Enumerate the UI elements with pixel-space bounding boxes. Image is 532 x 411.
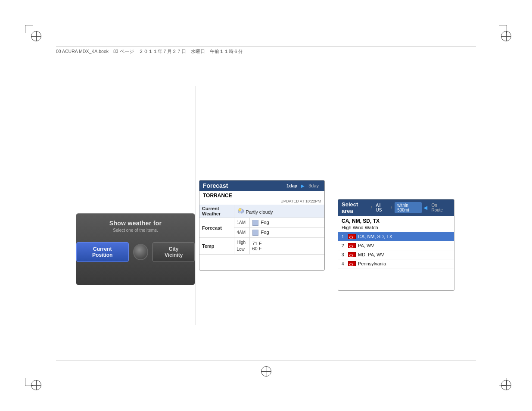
area-item-label-2: PA, WV (358, 243, 374, 248)
footer-line (56, 361, 476, 361)
area-list-item-4[interactable]: 4 Pennsylvania (338, 259, 454, 268)
area-item-num-2: 2 (342, 243, 346, 248)
area-flag-icon-4 (348, 261, 356, 266)
current-position-button[interactable]: Current Position (76, 242, 129, 262)
tab-all-us[interactable]: All US (373, 202, 389, 213)
joystick-control[interactable] (133, 244, 149, 260)
divider-right (334, 86, 334, 325)
select-area-title: Select area (342, 201, 369, 214)
current-weather-value: Partly cloudy (234, 205, 324, 218)
area-info-warning: High Wind Watch (338, 225, 454, 232)
forecast-row: Forecast 1AM Fog (199, 218, 324, 228)
svg-point-3 (239, 209, 241, 211)
forecast-title: Forecast (203, 182, 228, 189)
tab-on-route[interactable]: On Route (429, 202, 451, 213)
corner-mark-tl (25, 25, 33, 33)
forecast-table: Current Weather Partly cloudy Forecast 1… (199, 205, 324, 255)
area-flag-icon-2 (348, 243, 356, 248)
forecast-weather-1am: Fog (249, 218, 324, 228)
current-weather-label: Current Weather (199, 205, 234, 218)
back-arrow-icon: ◀ (423, 205, 427, 211)
3day-button[interactable]: 3day (306, 182, 321, 189)
forecast-weather-4am: Fog (249, 228, 324, 238)
area-item-label-1: CA, NM, SD, TX (358, 234, 392, 239)
forecast-label: Forecast (199, 218, 234, 238)
forecast-day-selector: 1day ▶ 3day (284, 182, 321, 189)
show-weather-subtitle: Select one of the items. (76, 228, 195, 233)
show-weather-screen: Show weather for Select one of the items… (76, 213, 195, 285)
temp-row: Temp HighLow 71 F 60 F (199, 238, 324, 255)
corner-mark-tr (499, 25, 507, 33)
temp-low-value: 60 F (252, 246, 262, 251)
select-area-header: Select area / All US / within 500mi ◀ On… (338, 199, 454, 216)
area-item-num-1: 1 (342, 234, 346, 239)
forecast-time-4am: 4AM (234, 228, 249, 238)
header-text: 00 ACURA MDX_KA.book 83 ページ ２０１１年７月２７日 水… (56, 47, 476, 55)
forecast-updated: UPDATED AT 10:22PM (199, 199, 324, 205)
temp-high-label: HighLow (234, 238, 249, 255)
forecast-time-1am: 1AM (234, 218, 249, 228)
show-weather-title: Show weather for (76, 214, 195, 227)
area-list-item-2[interactable]: 2 PA, WV (338, 241, 454, 250)
area-list: 1 CA, NM, SD, TX 2 PA, WV 3 MD, PA, WV 4… (338, 232, 454, 268)
temp-label: Temp (199, 238, 234, 255)
divider-left (196, 86, 196, 325)
select-area-screen: Select area / All US / within 500mi ◀ On… (338, 199, 454, 291)
1day-button[interactable]: 1day (284, 182, 299, 189)
area-flag-icon-1 (348, 234, 356, 239)
temp-high-value: 71 F (252, 241, 262, 246)
forecast-screen: Forecast 1day ▶ 3day TORRANCE UPDATED AT… (199, 180, 325, 271)
area-list-item-3[interactable]: 3 MD, PA, WV (338, 250, 454, 259)
partly-cloudy-icon (237, 208, 245, 214)
fog-icon-4am (252, 230, 258, 236)
play-arrow-icon: ▶ (301, 184, 305, 188)
tab-within-500mi[interactable]: within 500mi (395, 202, 422, 213)
area-item-label-3: MD, PA, WV (358, 252, 384, 257)
forecast-location: TORRANCE (199, 191, 324, 199)
fog-icon-1am (252, 220, 258, 226)
temp-values: 71 F 60 F (249, 238, 324, 255)
corner-mark-br (499, 378, 507, 386)
area-item-num-4: 4 (342, 262, 346, 266)
area-list-item-1[interactable]: 1 CA, NM, SD, TX (338, 232, 454, 241)
area-item-num-3: 3 (342, 252, 346, 257)
area-item-label-4: Pennsylvania (358, 261, 386, 266)
area-info-states: CA, NM, SD, TX (338, 216, 454, 225)
corner-mark-bl (25, 378, 33, 386)
area-flag-icon-3 (348, 252, 356, 257)
city-vicinity-button[interactable]: City Vicinity (152, 242, 195, 262)
current-weather-row: Current Weather Partly cloudy (199, 205, 324, 218)
current-weather-text: Partly cloudy (246, 209, 273, 215)
